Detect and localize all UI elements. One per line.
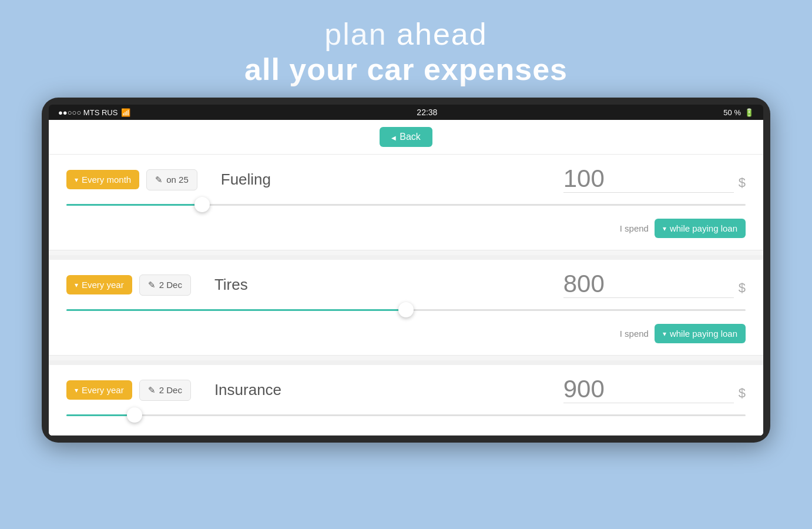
expense-top-fueling: Every month ✎ on 25 Fueling 100 $ <box>66 166 746 193</box>
expense-amount-tires: 800 <box>563 272 734 296</box>
hero-section: plan ahead all your car expenses <box>244 0 568 98</box>
hero-line2: all your car expenses <box>244 52 568 87</box>
expense-amount-area-fueling: 100 $ <box>563 166 746 193</box>
calendar-icon-tires: ✎ <box>148 280 156 290</box>
slider-track-insurance <box>66 414 746 416</box>
expense-currency-fueling: $ <box>739 175 746 193</box>
tablet-device: ●●○○○ MTS RUS 📶 22:38 50 % 🔋 Back Every … <box>42 98 770 443</box>
expense-top-left-fueling: Every month ✎ on 25 <box>66 169 197 190</box>
frequency-badge-fueling[interactable]: Every month <box>66 170 139 189</box>
slider-track-fueling <box>66 204 746 206</box>
battery-icon: 🔋 <box>744 108 754 117</box>
slider-track-tires <box>66 309 746 311</box>
expense-currency-insurance: $ <box>739 386 746 403</box>
expense-amount-insurance: 900 <box>563 377 734 401</box>
slider-fill-fueling <box>66 204 202 206</box>
expense-top-left-tires: Every year ✎ 2 Dec <box>66 274 191 296</box>
spend-row-tires: I spend while paying loan <box>66 324 746 343</box>
expense-top-left-insurance: Every year ✎ 2 Dec <box>66 380 191 401</box>
slider-fueling[interactable] <box>66 199 746 210</box>
date-label-insurance: 2 Dec <box>159 385 182 395</box>
spend-badge-fueling[interactable]: while paying loan <box>655 219 746 238</box>
separator-1 <box>49 255 763 260</box>
status-bar: ●●○○○ MTS RUS 📶 22:38 50 % 🔋 <box>49 105 763 120</box>
expense-name-insurance: Insurance <box>191 381 563 399</box>
expense-top-insurance: Every year ✎ 2 Dec Insurance 900 $ <box>66 377 746 403</box>
status-right: 50 % 🔋 <box>723 108 754 117</box>
wifi-icon: 📶 <box>121 108 130 117</box>
spend-badge-tires[interactable]: while paying loan <box>655 324 746 343</box>
date-badge-insurance[interactable]: ✎ 2 Dec <box>139 380 191 401</box>
separator-2 <box>49 360 763 365</box>
expense-amount-fueling: 100 <box>563 166 734 191</box>
status-left: ●●○○○ MTS RUS 📶 <box>58 108 130 117</box>
expenses-list: Every month ✎ on 25 Fueling 100 $ <box>49 155 763 436</box>
amount-underline-insurance <box>563 403 734 403</box>
date-badge-tires[interactable]: ✎ 2 Dec <box>139 274 191 296</box>
slider-row-insurance <box>66 409 746 421</box>
calendar-icon-fueling: ✎ <box>155 175 163 185</box>
battery-pct: 50 % <box>723 108 741 117</box>
slider-thumb-fueling[interactable] <box>194 197 210 212</box>
hero-line1: plan ahead <box>244 16 568 52</box>
expense-amount-area-insurance: 900 $ <box>563 377 746 403</box>
expense-currency-tires: $ <box>739 280 746 298</box>
spend-label-tires: I spend <box>620 329 649 339</box>
nav-bar: Back <box>49 120 763 155</box>
expense-amount-area-tires: 800 $ <box>563 272 746 298</box>
frequency-badge-tires[interactable]: Every year <box>66 275 132 294</box>
slider-tires[interactable] <box>66 304 746 316</box>
spend-label-fueling: I spend <box>620 223 649 233</box>
spend-row-fueling: I spend while paying loan <box>66 219 746 238</box>
expense-row-fueling: Every month ✎ on 25 Fueling 100 $ <box>49 155 763 250</box>
date-label-fueling: on 25 <box>166 175 189 185</box>
slider-row-tires <box>66 304 746 316</box>
slider-insurance[interactable] <box>66 409 746 421</box>
expense-name-tires: Tires <box>191 276 563 294</box>
frequency-badge-insurance[interactable]: Every year <box>66 380 132 400</box>
date-badge-fueling[interactable]: ✎ on 25 <box>146 169 197 190</box>
expense-row-insurance: Every year ✎ 2 Dec Insurance 900 $ <box>49 365 763 436</box>
screen: Back Every month ✎ on 25 Fueling <box>49 120 763 436</box>
expense-row-tires: Every year ✎ 2 Dec Tires 800 $ <box>49 260 763 356</box>
slider-fill-insurance <box>66 414 135 416</box>
back-button[interactable]: Back <box>380 127 432 147</box>
status-time: 22:38 <box>417 108 437 117</box>
expense-name-fueling: Fueling <box>197 170 563 189</box>
slider-row-fueling <box>66 199 746 210</box>
calendar-icon-insurance: ✎ <box>148 385 156 396</box>
slider-fill-tires <box>66 309 406 311</box>
expense-top-tires: Every year ✎ 2 Dec Tires 800 $ <box>66 272 746 298</box>
amount-underline-tires <box>563 297 734 298</box>
amount-underline-fueling <box>563 192 734 193</box>
slider-thumb-insurance[interactable] <box>127 407 142 423</box>
carrier-text: ●●○○○ MTS RUS <box>58 108 118 117</box>
slider-thumb-tires[interactable] <box>398 302 414 317</box>
date-label-tires: 2 Dec <box>159 280 182 290</box>
